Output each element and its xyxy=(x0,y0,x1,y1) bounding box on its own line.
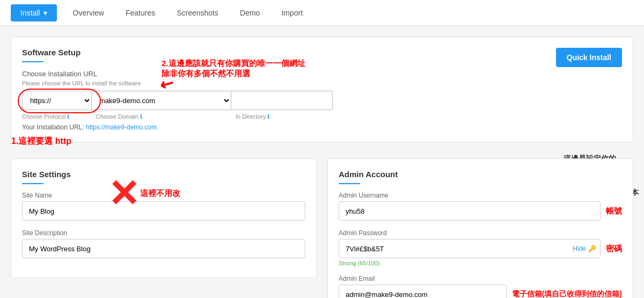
field-row-labels: Choose Protocol ℹ Choose Domain ℹ In Dir… xyxy=(22,113,622,120)
admin-account-title: Admin Account xyxy=(339,170,622,179)
username-annotation: 帳號 xyxy=(606,206,622,216)
admin-username-group: Admin Username 帳號 xyxy=(339,192,622,221)
email-annotation: 電子信箱(填自己收得到信的信箱) xyxy=(512,289,622,298)
site-desc-input[interactable] xyxy=(22,239,305,258)
installation-url-link[interactable]: https://make9-demo.com xyxy=(86,123,157,131)
site-settings-card: Site Settings ✕ 這裡不用改 Site Name Site Des… xyxy=(11,158,317,278)
site-name-group: Site Name xyxy=(22,192,305,221)
installation-url: Your Installation URL: https://make9-dem… xyxy=(22,123,622,131)
software-setup-card: Software Setup Quick Install 2.這邊應該就只有你購… xyxy=(11,37,633,142)
admin-account-col: 這邊是設定你的 WordPress網站 登入帳密 建議可以先記在記事本 以免忘記… xyxy=(327,158,633,298)
choose-url-sublabel: Please choose the URL to install the sof… xyxy=(22,80,622,86)
nav-import[interactable]: Import xyxy=(270,1,313,25)
site-name-input[interactable] xyxy=(22,201,305,221)
hide-password-button[interactable]: Hide 🔑 xyxy=(573,245,596,252)
password-strength: Strong (65/100) xyxy=(339,260,622,266)
nav-screenshots[interactable]: Screenshots xyxy=(166,1,229,25)
admin-password-group: Admin Password Hide 🔑 密碼 Stron xyxy=(339,229,622,266)
url-row: https:// http:// make9-demo.com xyxy=(22,91,622,110)
directory-input[interactable] xyxy=(231,91,333,110)
site-settings-col: Site Settings ✕ 這裡不用改 Site Name Site Des… xyxy=(11,158,317,298)
label-protocol: Choose Protocol ℹ xyxy=(22,113,92,120)
site-name-label: Site Name xyxy=(22,192,305,199)
label-directory: In Directory ℹ xyxy=(231,113,312,120)
choose-url-label: Choose Installation URL xyxy=(22,70,622,78)
admin-email-input[interactable] xyxy=(339,285,507,298)
nav-features[interactable]: Features xyxy=(115,1,166,25)
software-setup-title: Software Setup xyxy=(22,48,622,57)
site-desc-group: Site Description xyxy=(22,229,305,258)
install-button[interactable]: Install ▾ xyxy=(11,4,57,21)
admin-email-label: Admin Email xyxy=(339,275,622,282)
site-settings-title: Site Settings xyxy=(22,170,305,179)
main-content: Software Setup Quick Install 2.這邊應該就只有你購… xyxy=(0,26,644,298)
admin-account-card: Admin Account Admin Username 帳號 Admin Pa… xyxy=(327,158,633,298)
label-domain: Choose Domain ℹ xyxy=(92,113,231,120)
two-col-section: Site Settings ✕ 這裡不用改 Site Name Site Des… xyxy=(11,158,633,298)
quick-install-button[interactable]: Quick Install xyxy=(556,48,622,67)
site-desc-label: Site Description xyxy=(22,229,305,237)
admin-email-group: Admin Email 電子信箱(填自己收得到信的信箱) xyxy=(339,275,622,298)
admin-password-input[interactable] xyxy=(339,239,601,258)
admin-password-label: Admin Password xyxy=(339,229,622,237)
protocol-select[interactable]: https:// http:// xyxy=(22,91,92,110)
software-setup-underline xyxy=(22,61,43,62)
annotation-1: 1.這裡要選 http xyxy=(11,136,71,147)
top-nav: Install ▾ Overview Features Screenshots … xyxy=(0,0,644,26)
install-label: Install xyxy=(20,9,40,17)
install-arrow: ▾ xyxy=(43,9,47,17)
site-settings-underline xyxy=(22,183,43,184)
nav-links: Overview Features Screenshots Demo Impor… xyxy=(62,1,313,25)
admin-username-input[interactable] xyxy=(339,201,601,221)
password-annotation: 密碼 xyxy=(606,244,622,254)
admin-username-label: Admin Username xyxy=(339,192,622,199)
nav-demo[interactable]: Demo xyxy=(229,1,270,25)
admin-account-underline xyxy=(339,183,360,184)
domain-select[interactable]: make9-demo.com xyxy=(92,91,231,110)
nav-overview[interactable]: Overview xyxy=(62,1,115,25)
